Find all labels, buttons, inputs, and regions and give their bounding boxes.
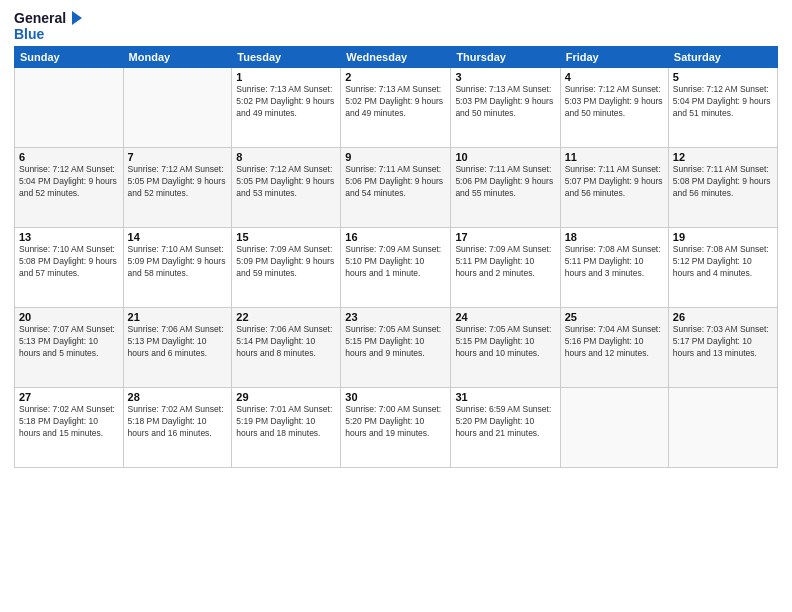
calendar-cell bbox=[668, 388, 777, 468]
day-number: 9 bbox=[345, 151, 446, 163]
weekday-header-wednesday: Wednesday bbox=[341, 47, 451, 68]
day-info: Sunrise: 7:11 AM Sunset: 5:08 PM Dayligh… bbox=[673, 164, 773, 200]
day-info: Sunrise: 7:12 AM Sunset: 5:03 PM Dayligh… bbox=[565, 84, 664, 120]
day-number: 25 bbox=[565, 311, 664, 323]
calendar-cell: 28Sunrise: 7:02 AM Sunset: 5:18 PM Dayli… bbox=[123, 388, 232, 468]
calendar-cell bbox=[123, 68, 232, 148]
weekday-header-thursday: Thursday bbox=[451, 47, 560, 68]
calendar-cell: 29Sunrise: 7:01 AM Sunset: 5:19 PM Dayli… bbox=[232, 388, 341, 468]
weekday-header-tuesday: Tuesday bbox=[232, 47, 341, 68]
day-number: 10 bbox=[455, 151, 555, 163]
calendar-cell: 19Sunrise: 7:08 AM Sunset: 5:12 PM Dayli… bbox=[668, 228, 777, 308]
day-info: Sunrise: 7:09 AM Sunset: 5:09 PM Dayligh… bbox=[236, 244, 336, 280]
calendar-cell: 12Sunrise: 7:11 AM Sunset: 5:08 PM Dayli… bbox=[668, 148, 777, 228]
calendar-cell: 20Sunrise: 7:07 AM Sunset: 5:13 PM Dayli… bbox=[15, 308, 124, 388]
calendar-cell: 14Sunrise: 7:10 AM Sunset: 5:09 PM Dayli… bbox=[123, 228, 232, 308]
day-number: 29 bbox=[236, 391, 336, 403]
calendar-cell: 5Sunrise: 7:12 AM Sunset: 5:04 PM Daylig… bbox=[668, 68, 777, 148]
calendar-cell: 13Sunrise: 7:10 AM Sunset: 5:08 PM Dayli… bbox=[15, 228, 124, 308]
calendar-cell: 6Sunrise: 7:12 AM Sunset: 5:04 PM Daylig… bbox=[15, 148, 124, 228]
day-info: Sunrise: 7:11 AM Sunset: 5:06 PM Dayligh… bbox=[455, 164, 555, 200]
weekday-header-saturday: Saturday bbox=[668, 47, 777, 68]
day-info: Sunrise: 7:11 AM Sunset: 5:07 PM Dayligh… bbox=[565, 164, 664, 200]
day-info: Sunrise: 7:10 AM Sunset: 5:09 PM Dayligh… bbox=[128, 244, 228, 280]
calendar-cell: 18Sunrise: 7:08 AM Sunset: 5:11 PM Dayli… bbox=[560, 228, 668, 308]
day-number: 23 bbox=[345, 311, 446, 323]
week-row-3: 13Sunrise: 7:10 AM Sunset: 5:08 PM Dayli… bbox=[15, 228, 778, 308]
day-number: 6 bbox=[19, 151, 119, 163]
day-info: Sunrise: 7:03 AM Sunset: 5:17 PM Dayligh… bbox=[673, 324, 773, 360]
week-row-5: 27Sunrise: 7:02 AM Sunset: 5:18 PM Dayli… bbox=[15, 388, 778, 468]
day-number: 4 bbox=[565, 71, 664, 83]
day-info: Sunrise: 7:08 AM Sunset: 5:11 PM Dayligh… bbox=[565, 244, 664, 280]
day-info: Sunrise: 7:05 AM Sunset: 5:15 PM Dayligh… bbox=[345, 324, 446, 360]
day-info: Sunrise: 7:13 AM Sunset: 5:02 PM Dayligh… bbox=[345, 84, 446, 120]
day-info: Sunrise: 7:08 AM Sunset: 5:12 PM Dayligh… bbox=[673, 244, 773, 280]
day-info: Sunrise: 7:07 AM Sunset: 5:13 PM Dayligh… bbox=[19, 324, 119, 360]
day-info: Sunrise: 7:01 AM Sunset: 5:19 PM Dayligh… bbox=[236, 404, 336, 440]
day-number: 28 bbox=[128, 391, 228, 403]
calendar-cell: 16Sunrise: 7:09 AM Sunset: 5:10 PM Dayli… bbox=[341, 228, 451, 308]
day-number: 12 bbox=[673, 151, 773, 163]
week-row-4: 20Sunrise: 7:07 AM Sunset: 5:13 PM Dayli… bbox=[15, 308, 778, 388]
day-info: Sunrise: 7:09 AM Sunset: 5:10 PM Dayligh… bbox=[345, 244, 446, 280]
day-number: 21 bbox=[128, 311, 228, 323]
day-info: Sunrise: 7:02 AM Sunset: 5:18 PM Dayligh… bbox=[128, 404, 228, 440]
day-info: Sunrise: 7:02 AM Sunset: 5:18 PM Dayligh… bbox=[19, 404, 119, 440]
day-number: 5 bbox=[673, 71, 773, 83]
page: General Blue SundayMondayTuesdayWednesda… bbox=[0, 0, 792, 612]
day-number: 8 bbox=[236, 151, 336, 163]
day-info: Sunrise: 7:05 AM Sunset: 5:15 PM Dayligh… bbox=[455, 324, 555, 360]
calendar-cell: 4Sunrise: 7:12 AM Sunset: 5:03 PM Daylig… bbox=[560, 68, 668, 148]
weekday-header-sunday: Sunday bbox=[15, 47, 124, 68]
calendar-cell: 7Sunrise: 7:12 AM Sunset: 5:05 PM Daylig… bbox=[123, 148, 232, 228]
calendar-cell: 31Sunrise: 6:59 AM Sunset: 5:20 PM Dayli… bbox=[451, 388, 560, 468]
calendar-cell bbox=[560, 388, 668, 468]
calendar-cell: 30Sunrise: 7:00 AM Sunset: 5:20 PM Dayli… bbox=[341, 388, 451, 468]
week-row-1: 1Sunrise: 7:13 AM Sunset: 5:02 PM Daylig… bbox=[15, 68, 778, 148]
calendar-cell: 26Sunrise: 7:03 AM Sunset: 5:17 PM Dayli… bbox=[668, 308, 777, 388]
calendar-cell: 15Sunrise: 7:09 AM Sunset: 5:09 PM Dayli… bbox=[232, 228, 341, 308]
calendar-cell: 10Sunrise: 7:11 AM Sunset: 5:06 PM Dayli… bbox=[451, 148, 560, 228]
day-info: Sunrise: 7:11 AM Sunset: 5:06 PM Dayligh… bbox=[345, 164, 446, 200]
day-number: 20 bbox=[19, 311, 119, 323]
day-number: 24 bbox=[455, 311, 555, 323]
header: General Blue bbox=[14, 10, 778, 42]
day-number: 19 bbox=[673, 231, 773, 243]
logo-arrow-icon bbox=[68, 11, 82, 25]
day-info: Sunrise: 7:12 AM Sunset: 5:05 PM Dayligh… bbox=[236, 164, 336, 200]
day-number: 18 bbox=[565, 231, 664, 243]
calendar-cell: 9Sunrise: 7:11 AM Sunset: 5:06 PM Daylig… bbox=[341, 148, 451, 228]
day-number: 16 bbox=[345, 231, 446, 243]
calendar-cell: 22Sunrise: 7:06 AM Sunset: 5:14 PM Dayli… bbox=[232, 308, 341, 388]
logo-blue-text: Blue bbox=[14, 26, 44, 42]
calendar-cell: 3Sunrise: 7:13 AM Sunset: 5:03 PM Daylig… bbox=[451, 68, 560, 148]
day-number: 30 bbox=[345, 391, 446, 403]
day-number: 11 bbox=[565, 151, 664, 163]
day-number: 7 bbox=[128, 151, 228, 163]
day-number: 15 bbox=[236, 231, 336, 243]
calendar-table: SundayMondayTuesdayWednesdayThursdayFrid… bbox=[14, 46, 778, 468]
day-info: Sunrise: 7:12 AM Sunset: 5:04 PM Dayligh… bbox=[19, 164, 119, 200]
day-number: 31 bbox=[455, 391, 555, 403]
week-row-2: 6Sunrise: 7:12 AM Sunset: 5:04 PM Daylig… bbox=[15, 148, 778, 228]
calendar-cell: 1Sunrise: 7:13 AM Sunset: 5:02 PM Daylig… bbox=[232, 68, 341, 148]
day-number: 3 bbox=[455, 71, 555, 83]
day-number: 14 bbox=[128, 231, 228, 243]
weekday-header-friday: Friday bbox=[560, 47, 668, 68]
day-number: 1 bbox=[236, 71, 336, 83]
logo-svg: General Blue bbox=[14, 10, 82, 42]
calendar-cell: 24Sunrise: 7:05 AM Sunset: 5:15 PM Dayli… bbox=[451, 308, 560, 388]
day-number: 26 bbox=[673, 311, 773, 323]
calendar-cell: 17Sunrise: 7:09 AM Sunset: 5:11 PM Dayli… bbox=[451, 228, 560, 308]
day-number: 27 bbox=[19, 391, 119, 403]
calendar-cell: 21Sunrise: 7:06 AM Sunset: 5:13 PM Dayli… bbox=[123, 308, 232, 388]
day-info: Sunrise: 7:06 AM Sunset: 5:13 PM Dayligh… bbox=[128, 324, 228, 360]
calendar-cell: 11Sunrise: 7:11 AM Sunset: 5:07 PM Dayli… bbox=[560, 148, 668, 228]
day-info: Sunrise: 6:59 AM Sunset: 5:20 PM Dayligh… bbox=[455, 404, 555, 440]
day-number: 2 bbox=[345, 71, 446, 83]
calendar-cell: 8Sunrise: 7:12 AM Sunset: 5:05 PM Daylig… bbox=[232, 148, 341, 228]
weekday-header-monday: Monday bbox=[123, 47, 232, 68]
weekday-header-row: SundayMondayTuesdayWednesdayThursdayFrid… bbox=[15, 47, 778, 68]
day-number: 17 bbox=[455, 231, 555, 243]
